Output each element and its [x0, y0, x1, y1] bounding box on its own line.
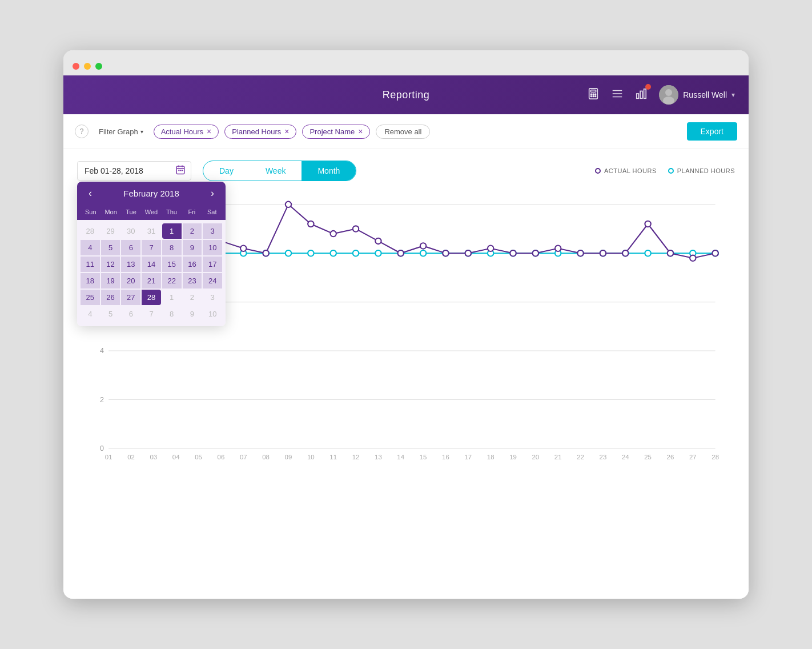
tab-week[interactable]: Week: [250, 161, 302, 181]
cal-cell-2[interactable]: 2: [183, 290, 202, 305]
svg-point-4: [595, 94, 596, 95]
cal-cell-27[interactable]: 27: [121, 290, 140, 305]
filter-graph-button[interactable]: Filter Graph ▾: [94, 125, 148, 138]
browser-frame: Reporting: [63, 50, 749, 599]
cal-cell-6[interactable]: 6: [121, 306, 140, 322]
svg-point-76: [375, 250, 381, 256]
browser-dot-maximize[interactable]: [95, 63, 102, 70]
cal-cell-10[interactable]: 10: [203, 240, 222, 255]
planned-hours-close[interactable]: ×: [284, 127, 289, 135]
svg-text:18: 18: [487, 454, 495, 460]
actual-hours-close[interactable]: ×: [207, 127, 211, 135]
cal-cell-1[interactable]: 1: [162, 223, 182, 239]
cal-cell-31[interactable]: 31: [142, 223, 161, 239]
svg-text:25: 25: [644, 454, 652, 460]
cal-body: 2829303112345678910111213141516171819202…: [77, 220, 226, 326]
date-input-wrapper: ‹ February 2018 › SunMonTueWedThuFriSat …: [77, 161, 191, 181]
svg-rect-11: [637, 94, 639, 98]
cal-cell-9[interactable]: 9: [183, 240, 202, 255]
cal-cell-11[interactable]: 11: [81, 257, 100, 272]
chart-bar-icon[interactable]: [635, 87, 648, 103]
cal-cell-30[interactable]: 30: [121, 223, 140, 239]
cal-cell-10[interactable]: 10: [203, 306, 222, 322]
cal-month-title: February 2018: [123, 189, 179, 198]
cal-cell-21[interactable]: 21: [142, 273, 161, 289]
svg-text:02: 02: [127, 454, 135, 460]
main-content: ‹ February 2018 › SunMonTueWedThuFriSat …: [63, 149, 749, 512]
cal-cell-4[interactable]: 4: [81, 306, 100, 322]
cal-cell-8[interactable]: 8: [162, 306, 182, 322]
cal-cell-23[interactable]: 23: [183, 273, 202, 289]
project-name-close[interactable]: ×: [358, 127, 363, 135]
svg-point-2: [591, 94, 592, 95]
cal-cell-12[interactable]: 12: [101, 257, 120, 272]
project-name-chip[interactable]: Project Name ×: [302, 125, 370, 139]
tab-month[interactable]: Month: [302, 161, 356, 181]
cal-week-4: 25262728123: [81, 290, 222, 305]
cal-cell-5[interactable]: 5: [101, 240, 120, 255]
cal-cell-15[interactable]: 15: [162, 257, 182, 272]
cal-cell-8[interactable]: 8: [162, 240, 182, 255]
cal-next-button[interactable]: ›: [207, 187, 218, 199]
cal-day-name-mon: Mon: [101, 207, 120, 217]
actual-hours-chip[interactable]: Actual Hours ×: [154, 125, 219, 139]
svg-point-113: [577, 250, 583, 256]
calendar-icon[interactable]: [175, 165, 186, 177]
user-menu[interactable]: Russell Well ▾: [659, 85, 735, 105]
planned-hours-chip[interactable]: Planned Hours ×: [224, 125, 296, 139]
svg-text:20: 20: [532, 454, 539, 460]
cal-cell-18[interactable]: 18: [81, 273, 100, 289]
cal-prev-button[interactable]: ‹: [85, 187, 95, 199]
cal-days-header: SunMonTueWedThuFriSat: [77, 205, 226, 220]
svg-text:24: 24: [622, 454, 629, 460]
cal-cell-3[interactable]: 3: [203, 290, 222, 305]
cal-cell-6[interactable]: 6: [121, 240, 140, 255]
cal-cell-19[interactable]: 19: [101, 273, 120, 289]
svg-text:23: 23: [600, 454, 607, 460]
svg-point-3: [593, 94, 594, 95]
cal-cell-28[interactable]: 28: [142, 290, 161, 305]
cal-cell-16[interactable]: 16: [183, 257, 202, 272]
browser-dot-close[interactable]: [73, 63, 79, 70]
tab-group: DayWeekMonth: [203, 161, 356, 181]
cal-cell-24[interactable]: 24: [203, 273, 222, 289]
svg-text:0: 0: [100, 444, 104, 452]
cal-cell-7[interactable]: 7: [142, 240, 161, 255]
cal-cell-5[interactable]: 5: [101, 306, 120, 322]
svg-point-72: [286, 250, 291, 256]
svg-point-118: [690, 255, 696, 261]
cal-cell-22[interactable]: 22: [162, 273, 182, 289]
svg-text:12: 12: [352, 454, 360, 460]
svg-point-98: [240, 246, 246, 251]
cal-cell-9[interactable]: 9: [183, 306, 202, 322]
browser-chrome: [63, 50, 749, 75]
avatar: [659, 85, 678, 105]
legend-item-actual: ACTUAL HOURS: [595, 167, 657, 174]
cal-cell-25[interactable]: 25: [81, 290, 100, 305]
cal-cell-3[interactable]: 3: [203, 223, 222, 239]
cal-cell-14[interactable]: 14: [142, 257, 161, 272]
cal-cell-4[interactable]: 4: [81, 240, 100, 255]
filter-bar: ? Filter Graph ▾ Actual Hours × Planned …: [63, 114, 749, 149]
list-icon[interactable]: [611, 87, 624, 103]
browser-dot-minimize[interactable]: [84, 63, 91, 70]
cal-cell-13[interactable]: 13: [121, 257, 140, 272]
tab-day[interactable]: Day: [203, 161, 250, 181]
cal-cell-2[interactable]: 2: [183, 223, 202, 239]
calculator-icon[interactable]: [587, 87, 600, 103]
legend-label-planned: PLANNED HOURS: [677, 167, 735, 174]
cal-cell-7[interactable]: 7: [142, 306, 161, 322]
svg-point-99: [263, 250, 268, 256]
date-input[interactable]: [77, 161, 191, 181]
cal-cell-28[interactable]: 28: [81, 223, 100, 239]
cal-cell-29[interactable]: 29: [101, 223, 120, 239]
cal-cell-17[interactable]: 17: [203, 257, 222, 272]
cal-day-name-thu: Thu: [162, 207, 182, 217]
cal-cell-1[interactable]: 1: [162, 290, 182, 305]
svg-text:19: 19: [509, 454, 517, 460]
export-button[interactable]: Export: [687, 122, 737, 141]
cal-cell-20[interactable]: 20: [121, 273, 140, 289]
remove-all-button[interactable]: Remove all: [376, 125, 430, 139]
help-button[interactable]: ?: [75, 125, 89, 138]
cal-cell-26[interactable]: 26: [101, 290, 120, 305]
